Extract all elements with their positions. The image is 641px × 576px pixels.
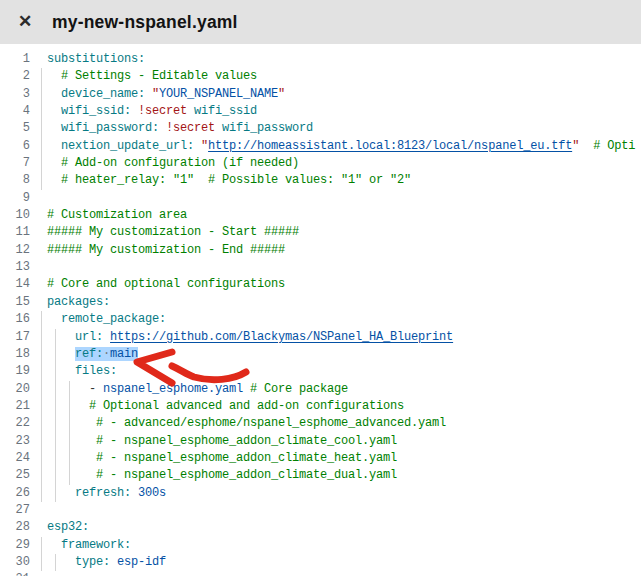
line-number: 15	[0, 294, 30, 311]
code-line: 10# Customization area	[0, 207, 641, 224]
token-strq: "	[152, 87, 159, 101]
code-text[interactable]: framework:	[30, 537, 131, 554]
line-number: 3	[0, 86, 30, 103]
token-tealval: wifi_password	[222, 121, 313, 135]
token-key: refresh:	[75, 486, 131, 500]
code-text[interactable]: # - nspanel_esphome_addon_climate_heat.y…	[30, 450, 397, 467]
code-line: 22 # - advanced/esphome/nspanel_esphome_…	[0, 415, 641, 432]
token-plain	[47, 434, 96, 448]
token-plain	[145, 87, 152, 101]
selected-token: ref:	[75, 347, 103, 361]
token-key: remote_package:	[61, 312, 166, 326]
line-number: 5	[0, 120, 30, 137]
token-key: device_name:	[61, 87, 145, 101]
token-plain	[194, 139, 201, 153]
token-key: esp32:	[47, 520, 89, 534]
code-text[interactable]: # Add-on configuration (if needed)	[30, 155, 299, 172]
line-number: 24	[0, 450, 30, 467]
code-text[interactable]	[30, 190, 47, 207]
code-text[interactable]	[30, 259, 47, 276]
line-number: 18	[0, 346, 30, 363]
code-line: 9	[0, 190, 641, 207]
code-text[interactable]: # Core and optional configurations	[30, 276, 285, 293]
code-line: 29 framework:	[0, 537, 641, 554]
token-scalar: nspanel_esphome.yaml	[103, 382, 243, 396]
token-comment: # - nspanel_esphome_addon_climate_dual.y…	[96, 468, 397, 482]
code-line: 14# Core and optional configurations	[0, 276, 641, 293]
token-key: nextion_update_url:	[61, 139, 194, 153]
token-url: https://github.com/Blackymas/NSPanel_HA_…	[110, 330, 453, 344]
token-plain	[47, 538, 61, 552]
token-plain	[47, 399, 89, 413]
code-text[interactable]: remote_package:	[30, 311, 166, 328]
token-comment: # Optional advanced and add-on configura…	[89, 399, 404, 413]
code-text[interactable]: # Customization area	[30, 207, 187, 224]
code-text[interactable]: ##### My customization - Start #####	[30, 224, 299, 241]
code-text[interactable]: ref:·main	[30, 346, 138, 363]
code-line: 18 ref:·main	[0, 346, 641, 363]
selected-token: main	[110, 347, 138, 361]
line-number: 21	[0, 398, 30, 415]
code-text[interactable]: ##### My customization - End #####	[30, 242, 285, 259]
token-plain	[47, 382, 89, 396]
code-line: 2 # Settings - Editable values	[0, 68, 641, 85]
line-number: 4	[0, 103, 30, 120]
token-plain	[47, 87, 61, 101]
token-key: framework:	[61, 538, 131, 552]
line-number: 16	[0, 311, 30, 328]
code-line: 11##### My customization - Start #####	[0, 224, 641, 241]
code-text[interactable]: # - advanced/esphome/nspanel_esphome_adv…	[30, 415, 446, 432]
line-number: 25	[0, 467, 30, 484]
code-line: 13	[0, 259, 641, 276]
line-number: 9	[0, 190, 30, 207]
code-text[interactable]: # heater_relay: "1" # Possible values: "…	[30, 172, 411, 189]
code-text[interactable]: - nspanel_esphome.yaml # Core package	[30, 381, 348, 398]
code-text[interactable]	[30, 502, 47, 519]
token-plain	[47, 173, 61, 187]
line-number: 26	[0, 485, 30, 502]
token-plain	[47, 486, 75, 500]
code-line: 21 # Optional advanced and add-on config…	[0, 398, 641, 415]
code-text[interactable]: device_name: "YOUR_NSPANEL_NAME"	[30, 86, 285, 103]
line-number: 30	[0, 554, 30, 571]
code-line: 24 # - nspanel_esphome_addon_climate_hea…	[0, 450, 641, 467]
token-comment: # - nspanel_esphome_addon_climate_cool.y…	[96, 434, 397, 448]
token-plain	[47, 347, 75, 361]
line-number: 28	[0, 519, 30, 536]
code-text[interactable]: esp32:	[30, 519, 89, 536]
line-number: 14	[0, 276, 30, 293]
token-url: http://homeassistant.local:8123/local/ns…	[208, 139, 572, 153]
line-number: 6	[0, 138, 30, 155]
token-tag: !secret	[166, 121, 215, 135]
code-line: 28esp32:	[0, 519, 641, 536]
code-text[interactable]: url: https://github.com/Blackymas/NSPane…	[30, 329, 453, 346]
code-text[interactable]: files:	[30, 363, 117, 380]
token-key: files:	[75, 364, 117, 378]
code-lines: 1substitutions:2 # Settings - Editable v…	[0, 51, 641, 576]
code-text[interactable]: # Settings - Editable values	[30, 68, 257, 85]
code-text[interactable]: # - nspanel_esphome_addon_climate_dual.y…	[30, 467, 397, 484]
code-text[interactable]: # Optional advanced and add-on configura…	[30, 398, 404, 415]
code-text[interactable]: wifi_ssid: !secret wifi_ssid	[30, 103, 257, 120]
line-number: 1	[0, 51, 30, 68]
code-text[interactable]: wifi_password: !secret wifi_password	[30, 120, 313, 137]
code-text[interactable]: # - nspanel_esphome_addon_climate_cool.y…	[30, 433, 397, 450]
token-comment: # - advanced/esphome/nspanel_esphome_adv…	[96, 416, 446, 430]
code-text[interactable]: packages:	[30, 294, 110, 311]
token-key: wifi_ssid:	[61, 104, 131, 118]
selected-token: ·	[103, 347, 110, 361]
code-text[interactable]: substitutions:	[30, 51, 145, 68]
code-text[interactable]	[30, 571, 47, 576]
token-plain	[47, 555, 75, 569]
code-line: 20 - nspanel_esphome.yaml # Core package	[0, 381, 641, 398]
code-editor[interactable]: 1substitutions:2 # Settings - Editable v…	[0, 44, 641, 576]
code-text[interactable]: refresh: 300s	[30, 485, 166, 502]
token-key: wifi_password:	[61, 121, 159, 135]
close-icon[interactable]: ✕	[18, 0, 44, 44]
code-text[interactable]: nextion_update_url: "http://homeassistan…	[30, 138, 635, 155]
code-text[interactable]: type: esp-idf	[30, 554, 166, 571]
line-number: 19	[0, 363, 30, 380]
token-plain	[47, 104, 61, 118]
token-scalar: esp-idf	[117, 555, 166, 569]
token-plain	[131, 104, 138, 118]
